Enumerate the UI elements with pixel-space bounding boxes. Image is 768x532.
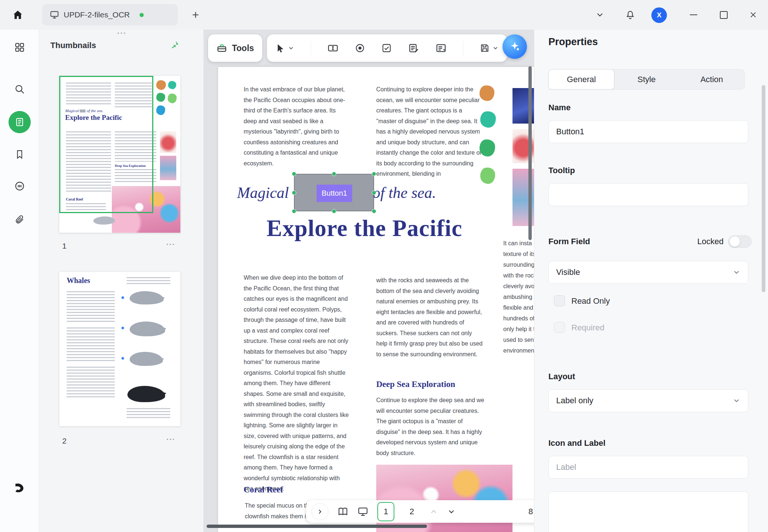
unsaved-dot [140,13,144,17]
select-tool-button[interactable] [275,43,294,53]
checkbox-tool-button[interactable] [381,43,392,53]
coral-clipart [480,168,495,184]
note-tool-button[interactable] [408,43,419,54]
horizontal-scrollbar[interactable] [207,525,427,528]
vertical-scrollbar[interactable] [528,66,532,240]
attachments-button[interactable] [11,211,29,228]
panel-drag-handle[interactable]: ⋯ [39,30,204,39]
save-button[interactable] [480,43,499,53]
next-page-button[interactable] [447,507,456,516]
toolbox-icon [216,43,227,54]
page-2-button[interactable]: 2 [403,502,420,521]
presentation-mode-button[interactable] [357,506,368,517]
button-form-field[interactable]: Button1 [294,174,374,211]
monitor-icon [50,10,59,20]
thumb1-coral-clipart [156,93,165,102]
document-tab[interactable]: UPDF-2-files_OCR [42,4,178,26]
side-column-line: used to sense [503,337,534,343]
home-button[interactable] [10,7,26,23]
resize-handle-ne[interactable] [372,172,376,176]
chevron-down-icon [595,10,605,20]
thumb2-bullet [121,327,124,329]
tab-title: UPDF-2-files_OCR [64,10,130,19]
tab-style[interactable]: Style [614,70,679,89]
resize-handle-w[interactable] [292,191,296,195]
resize-handle-se[interactable] [372,209,376,213]
pin-panel-button[interactable] [170,40,179,50]
reading-mode-button[interactable] [337,506,348,517]
user-avatar[interactable]: X [651,7,667,23]
list-box-tool-button[interactable] [435,43,447,54]
thumb2-textlines [67,291,115,322]
tooltip-input[interactable] [548,183,748,206]
locked-toggle[interactable] [728,235,752,248]
search-button[interactable] [11,80,29,98]
side-column-line: It can insta [503,240,534,247]
titlebar-chevron-button[interactable] [592,7,608,23]
radio-button-tool-button[interactable] [355,43,365,53]
read-only-checkbox[interactable] [554,295,565,306]
label-input[interactable] [548,456,748,479]
ai-assistant-button[interactable] [502,34,527,59]
notifications-button[interactable] [622,7,638,23]
locked-label: Locked [697,237,724,246]
page-2-menu-button[interactable]: ⋯ [166,434,176,444]
visibility-select[interactable]: Visible [548,261,748,284]
monitor-icon [357,506,368,517]
tools-button[interactable]: Tools [208,34,262,62]
comments-button[interactable] [11,177,29,195]
toolbar-divider [463,41,463,55]
side-column-line: with the rock [503,272,534,279]
icon-preview-box[interactable] [548,491,748,532]
resize-handle-nw[interactable] [292,172,296,176]
page-1-button[interactable]: 1 [377,502,394,521]
cursor-icon [275,43,286,53]
text-field-tool-button[interactable] [327,43,338,54]
name-label: Name [548,103,571,112]
page-2-thumbnail[interactable]: Whales [59,272,180,426]
tab-action[interactable]: Action [679,70,744,89]
close-button[interactable] [745,7,761,23]
close-icon [749,11,757,19]
page-1-thumbnail[interactable]: Magical of the sea. Explore the Pacific … [59,76,180,233]
thumbnails-panel-title: Thumbnails [50,41,96,50]
coral-clipart [480,85,494,101]
button1-widget[interactable]: Button1 [317,185,352,202]
chevron-down-icon [732,397,741,405]
form-toolbar [267,34,507,62]
thumb2-bullet [121,296,124,299]
thumb2-textlines [67,327,115,361]
new-tab-button[interactable]: + [187,7,204,23]
resize-handle-n[interactable] [332,172,336,176]
resize-handle-s[interactable] [332,209,336,213]
pdf-page: In the vast embrace of our blue planet, … [218,67,534,532]
resize-handle-sw[interactable] [292,209,296,213]
previous-page-button[interactable] [429,507,438,516]
tab-general[interactable]: General [548,69,614,90]
paragraph: In the vast embrace of our blue planet, … [244,84,349,169]
thumbnails-panel-button[interactable] [9,111,31,133]
read-only-label: Read Only [571,296,610,306]
page-1-menu-button[interactable]: ⋯ [166,239,176,249]
bookmarks-button[interactable] [11,145,29,163]
minimize-button[interactable] [685,7,702,23]
updf-logo-icon[interactable] [11,479,29,497]
left-icon-rail [0,30,39,532]
expand-pager-button[interactable] [311,503,328,520]
layout-select[interactable]: Label only [548,389,748,412]
chevron-down-icon [447,507,456,516]
thumb1-viewport-indicator[interactable] [59,76,153,213]
maximize-button[interactable] [715,7,732,23]
apps-grid-button[interactable] [11,38,29,56]
checkbox-icon [381,43,392,53]
thumb1-coral-clipart [168,81,176,89]
bookmark-icon [14,149,25,159]
resize-handle-e[interactable] [372,191,376,195]
required-checkbox[interactable] [554,322,565,333]
tooltip-label: Tooltip [548,166,575,175]
chevron-down-icon [288,45,294,51]
tools-label: Tools [232,43,254,53]
properties-scrollbar[interactable] [762,85,765,292]
name-input[interactable] [548,120,748,143]
thumb2-orca-image [127,386,165,402]
